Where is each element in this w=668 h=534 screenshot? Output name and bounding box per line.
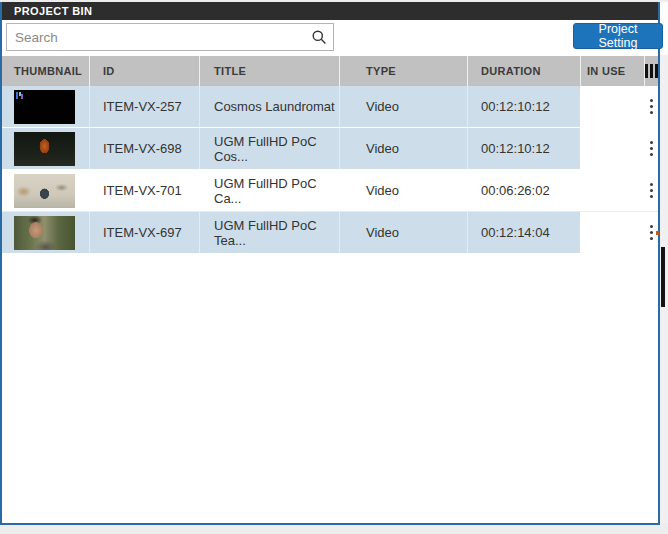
id-cell: ITEM-VX-701 xyxy=(89,170,199,211)
in-use-cell xyxy=(580,212,644,253)
duration-cell: 00:06:26:02 xyxy=(467,170,580,211)
duration-cell: 00:12:10:12 xyxy=(467,86,580,127)
row-menu-cell xyxy=(644,128,658,169)
thumbnail-cell xyxy=(2,86,89,127)
table-body: ITEM-VX-257 Cosmos Laundromat Video 00:1… xyxy=(2,86,658,254)
panel-titlebar: PROJECT BIN xyxy=(2,2,658,20)
header-title[interactable]: TITLE xyxy=(199,56,339,86)
project-bin-panel: PROJECT BIN THUMBNAIL ID TITLE TYPE DURA… xyxy=(0,2,660,525)
title-cell: Cosmos Laundromat xyxy=(199,86,339,127)
title-cell: UGM FullHD PoC Ca... xyxy=(199,170,339,211)
panel-title: PROJECT BIN xyxy=(14,5,92,17)
scrollbar-track[interactable] xyxy=(660,55,668,523)
header-thumbnail[interactable]: THUMBNAIL xyxy=(2,56,89,86)
header-type[interactable]: TYPE xyxy=(339,56,467,86)
duration-cell: 00:12:10:12 xyxy=(467,128,580,169)
header-menu-column xyxy=(644,56,658,86)
row-menu-cell xyxy=(644,170,658,211)
table-row[interactable]: ITEM-VX-698 UGM FullHD PoC Cos... Video … xyxy=(2,128,658,170)
magnifier-icon[interactable] xyxy=(311,29,327,45)
table-header-row: THUMBNAIL ID TITLE TYPE DURATION IN USE xyxy=(2,56,658,86)
type-cell: Video xyxy=(339,86,467,127)
project-bin-page: PROJECT BIN THUMBNAIL ID TITLE TYPE DURA… xyxy=(0,0,668,534)
table-row[interactable]: ITEM-VX-697 UGM FullHD PoC Tea... Video … xyxy=(2,212,658,254)
kebab-menu-icon[interactable] xyxy=(650,99,653,102)
column-chooser-icon[interactable] xyxy=(645,64,648,78)
kebab-menu-icon[interactable] xyxy=(650,183,653,186)
row-menu-cell xyxy=(644,86,658,127)
header-duration[interactable]: DURATION xyxy=(467,56,580,86)
project-setting-button[interactable]: Project Setting xyxy=(573,23,663,49)
id-cell: ITEM-VX-697 xyxy=(89,212,199,253)
id-cell: ITEM-VX-698 xyxy=(89,128,199,169)
thumbnail-cell xyxy=(2,212,89,253)
in-use-cell xyxy=(580,170,644,211)
thumbnail-cell xyxy=(2,128,89,169)
type-cell: Video xyxy=(339,212,467,253)
scrollbar-marker xyxy=(656,231,659,235)
search-input[interactable] xyxy=(7,24,333,50)
scrollbar-thumb[interactable] xyxy=(661,247,665,307)
kebab-menu-icon[interactable] xyxy=(650,141,653,144)
title-cell: UGM FullHD PoC Cos... xyxy=(199,128,339,169)
id-cell: ITEM-VX-257 xyxy=(89,86,199,127)
video-thumbnail xyxy=(14,132,75,166)
video-thumbnail xyxy=(14,216,75,250)
type-cell: Video xyxy=(339,128,467,169)
in-use-cell xyxy=(580,86,644,127)
search-box xyxy=(6,23,334,51)
video-thumbnail xyxy=(14,90,75,124)
title-cell: UGM FullHD PoC Tea... xyxy=(199,212,339,253)
thumbnail-cell xyxy=(2,170,89,211)
in-use-cell xyxy=(580,128,644,169)
table-row[interactable]: ITEM-VX-701 UGM FullHD PoC Ca... Video 0… xyxy=(2,170,658,212)
duration-cell: 00:12:14:04 xyxy=(467,212,580,253)
table-row[interactable]: ITEM-VX-257 Cosmos Laundromat Video 00:1… xyxy=(2,86,658,128)
type-cell: Video xyxy=(339,170,467,211)
toolbar xyxy=(2,20,658,56)
header-in-use[interactable]: IN USE xyxy=(580,56,644,86)
kebab-menu-icon[interactable] xyxy=(650,225,653,228)
video-thumbnail xyxy=(14,174,75,208)
header-id[interactable]: ID xyxy=(89,56,199,86)
